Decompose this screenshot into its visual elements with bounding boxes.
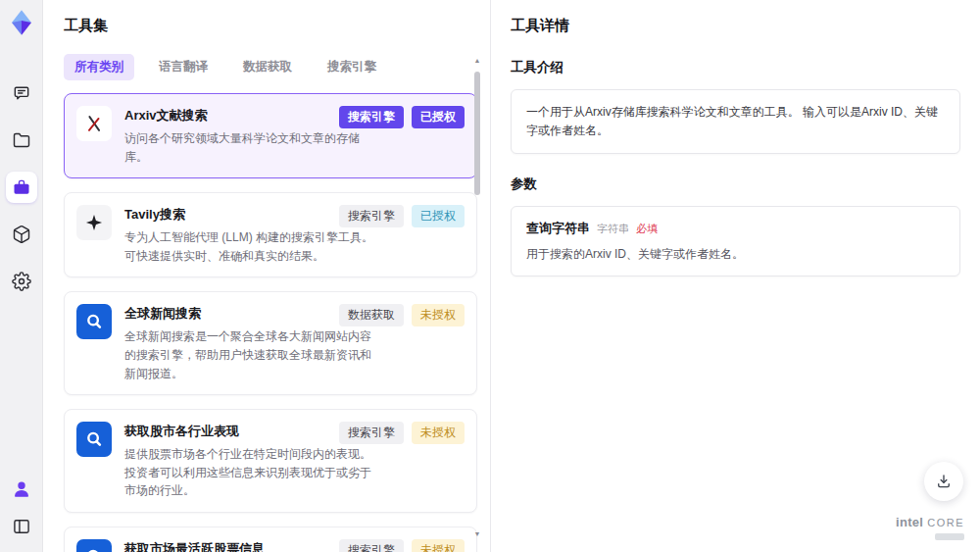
news-search-icon (83, 311, 105, 332)
auth-status-badge: 未授权 (412, 539, 465, 552)
download-icon (935, 473, 953, 490)
folder-icon (12, 130, 31, 150)
tool-list-pane: 工具集 所有类别 语言翻译 数据获取 搜索引擎 Arxiv文献搜索 访问各个研究… (43, 0, 490, 552)
category-badge: 搜索引擎 (339, 106, 404, 128)
intro-box: 一个用于从Arxiv存储库搜索科学论文和文章的工具。 输入可以是Arxiv ID… (511, 89, 960, 154)
tool-description: 访问各个研究领域大量科学论文和文章的存储库。 (124, 129, 381, 166)
news-search-icon (83, 428, 105, 450)
sidebar-item-collapse[interactable] (6, 511, 37, 542)
param-required-flag: 必填 (636, 222, 658, 236)
cube-icon (12, 225, 31, 244)
auth-status-badge: 未授权 (412, 422, 465, 444)
brand-word-intel: intel (896, 515, 923, 529)
tool-description: 全球新闻搜索是一个聚合全球各大新闻网站内容的搜索引擎，帮助用户快速获取全球最新资… (124, 327, 381, 382)
list-scrollbar[interactable]: ▲ ▼ (473, 57, 481, 538)
category-badge: 搜索引擎 (339, 539, 404, 552)
tool-icon (76, 304, 112, 339)
intro-heading: 工具介绍 (511, 59, 960, 76)
briefcase-icon (12, 177, 31, 197)
tool-details-pane: 工具详情 工具介绍 一个用于从Arxiv存储库搜索科学论文和文章的工具。 输入可… (490, 0, 980, 552)
tab-all-categories[interactable]: 所有类别 (64, 54, 134, 80)
param-description: 用于搜索的Arxiv ID、关键字或作者姓名。 (526, 246, 945, 263)
tool-icon (76, 539, 112, 552)
tool-card-list: Arxiv文献搜索 访问各个研究领域大量科学论文和文章的存储库。 搜索引擎 已授… (64, 93, 477, 552)
tab-search-engine[interactable]: 搜索引擎 (317, 54, 387, 80)
scroll-up-arrow[interactable]: ▲ (473, 57, 481, 65)
tool-description: 专为人工智能代理 (LLM) 构建的搜索引擎工具。可快速提供实时、准确和真实的结… (124, 228, 381, 265)
tool-card[interactable]: 全球新闻搜索 全球新闻搜索是一个聚合全球各大新闻网站内容的搜索引擎，帮助用户快速… (64, 291, 477, 395)
app-logo (6, 7, 37, 38)
gear-icon (12, 272, 31, 291)
panel-icon (12, 517, 31, 536)
tool-card[interactable]: Tavily搜索 专为人工智能代理 (LLM) 构建的搜索引擎工具。可快速提供实… (64, 192, 477, 277)
category-tabs: 所有类别 语言翻译 数据获取 搜索引擎 (64, 54, 490, 80)
auth-status-badge: 已授权 (412, 106, 465, 128)
scroll-down-arrow[interactable]: ▼ (473, 530, 481, 538)
param-type: 字符串 (597, 222, 629, 236)
sidebar-bottom (6, 474, 37, 542)
tab-translation[interactable]: 语言翻译 (148, 54, 219, 80)
brand-word-core: core (927, 517, 964, 528)
intel-core-logo: intel core (896, 514, 964, 540)
tool-icon (76, 106, 112, 141)
tavily-star-icon (83, 212, 105, 233)
category-badge: 搜索引擎 (339, 205, 404, 227)
arxiv-logo-icon (83, 113, 105, 134)
scrollbar-thumb[interactable] (474, 72, 480, 195)
page-title: 工具集 (64, 17, 490, 35)
brand-subbadge (935, 533, 964, 540)
param-name: 查询字符串 (526, 220, 590, 237)
tab-data-fetch[interactable]: 数据获取 (232, 54, 303, 80)
sidebar-item-toolbox[interactable] (6, 172, 37, 203)
sidebar-item-models[interactable] (6, 219, 37, 250)
details-title: 工具详情 (511, 17, 960, 35)
param-box: 查询字符串 字符串 必填 用于搜索的Arxiv ID、关键字或作者姓名。 (511, 206, 960, 276)
sidebar-nav (6, 77, 37, 313)
auth-status-badge: 未授权 (412, 304, 465, 326)
tool-description: 提供股票市场各个行业在特定时间段内的表现。投资者可以利用这些信息来识别表现优于或… (124, 445, 381, 500)
category-badge: 数据获取 (339, 304, 404, 326)
sidebar-item-account[interactable] (6, 474, 37, 505)
intro-text: 一个用于从Arxiv存储库搜索科学论文和文章的工具。 输入可以是Arxiv ID… (526, 103, 945, 140)
app-sidebar (0, 0, 43, 552)
auth-status-badge: 已授权 (412, 205, 465, 227)
tool-icon (76, 422, 112, 457)
params-heading: 参数 (511, 176, 960, 193)
app-window: 工具集 所有类别 语言翻译 数据获取 搜索引擎 Arxiv文献搜索 访问各个研究… (0, 0, 980, 552)
chat-icon (12, 83, 31, 103)
sidebar-item-files[interactable] (6, 125, 37, 156)
tool-icon (76, 205, 112, 240)
tool-card[interactable]: 获取股市各行业表现 提供股票市场各个行业在特定时间段内的表现。投资者可以利用这些… (64, 409, 477, 513)
category-badge: 搜索引擎 (339, 422, 404, 444)
tool-card[interactable]: Arxiv文献搜索 访问各个研究领域大量科学论文和文章的存储库。 搜索引擎 已授… (64, 93, 477, 178)
tool-card[interactable]: 获取市场最活跃股票信息 提供当天交易量最高的股票列表，投资者可以利用这些信息来识… (64, 527, 477, 552)
sidebar-item-settings[interactable] (6, 266, 37, 297)
user-icon (12, 479, 31, 499)
sidebar-item-chat[interactable] (6, 77, 37, 109)
news-search-icon (83, 546, 105, 552)
download-button[interactable] (924, 462, 963, 501)
